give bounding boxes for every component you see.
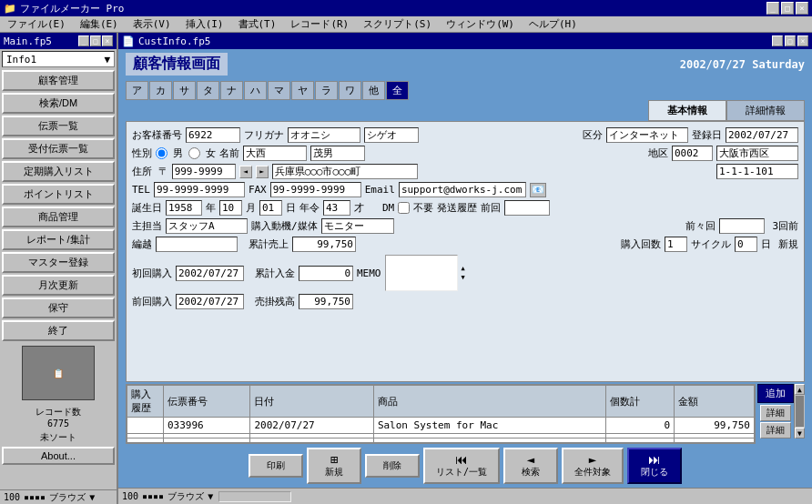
birth-month-input[interactable]: [219, 200, 242, 216]
kana-tab-ma[interactable]: マ: [268, 81, 290, 100]
kana-tab-ta[interactable]: タ: [197, 81, 219, 100]
fax-input[interactable]: [270, 182, 361, 197]
branch-input[interactable]: [156, 237, 238, 252]
age-input[interactable]: [323, 200, 350, 216]
sidebar-btn-customer[interactable]: 顧客管理: [2, 70, 115, 91]
dm-unnecessary-check[interactable]: [398, 202, 410, 214]
sub-maximize[interactable]: □: [785, 35, 796, 46]
gender-female-radio[interactable]: [188, 147, 200, 159]
new-button[interactable]: ⊞ 新規: [307, 448, 361, 484]
maximize-button[interactable]: □: [781, 2, 794, 15]
sidebar-btn-subscription[interactable]: 定期購入リスト: [2, 161, 115, 182]
zip-input[interactable]: [172, 164, 236, 179]
app-title-buttons[interactable]: _ □ ×: [766, 2, 808, 15]
kana-tab-na[interactable]: ナ: [220, 81, 243, 100]
sidebar-dropdown[interactable]: Info1 ▼: [2, 51, 115, 67]
furigana-last-input[interactable]: [288, 127, 360, 143]
email-icon-button[interactable]: 📧: [530, 183, 546, 197]
total-sales-input[interactable]: [292, 237, 356, 252]
sub-minimize[interactable]: _: [772, 35, 783, 46]
row-date-0[interactable]: 2002/07/27: [250, 418, 373, 434]
birth-day-input[interactable]: [259, 200, 282, 216]
scroll-up-arrow[interactable]: ▲: [795, 384, 805, 395]
dm-prev-input[interactable]: [504, 200, 550, 216]
delete-button[interactable]: 削除: [365, 454, 420, 478]
memo-scroll-up[interactable]: ▲: [462, 265, 471, 272]
sidebar-btn-points[interactable]: ポイントリスト: [2, 184, 115, 205]
tel-input[interactable]: [154, 182, 245, 197]
addr-nav-next[interactable]: ►: [256, 166, 269, 178]
staff-input[interactable]: [166, 218, 248, 234]
row-qty-2[interactable]: [605, 438, 675, 443]
sidebar-btn-master[interactable]: マスター登録: [2, 252, 115, 273]
last-purchase-input[interactable]: [176, 294, 244, 309]
sidebar-btn-invoice[interactable]: 伝票一覧: [2, 116, 115, 136]
kana-tab-wa[interactable]: ワ: [339, 81, 361, 100]
address-input[interactable]: [272, 164, 418, 179]
row-amount-0[interactable]: 99,750: [675, 418, 755, 434]
area-code-input[interactable]: [672, 146, 713, 161]
menu-edit[interactable]: 編集(E): [76, 16, 122, 32]
sidebar-title-buttons[interactable]: _ □ ×: [78, 35, 113, 46]
row-date-2[interactable]: [250, 438, 373, 443]
sidebar-btn-maintenance[interactable]: 保守: [2, 297, 115, 318]
search-button[interactable]: ◄ 検索: [503, 448, 558, 484]
sidebar-btn-products[interactable]: 商品管理: [2, 207, 115, 227]
all-button[interactable]: ► 全件対象: [562, 448, 624, 484]
name-last-input[interactable]: [243, 146, 307, 161]
sub-title-buttons[interactable]: _ □ ×: [772, 35, 808, 46]
menu-record[interactable]: レコード(R): [287, 16, 352, 32]
kana-tab-a[interactable]: ア: [126, 81, 148, 100]
close-button[interactable]: ×: [796, 2, 808, 15]
first-purchase-input[interactable]: [176, 266, 244, 281]
prev-prev-input[interactable]: [719, 218, 765, 234]
menu-file[interactable]: ファイル(E): [4, 16, 69, 32]
sidebar-btn-monthly[interactable]: 月次更新: [2, 275, 115, 296]
kana-tab-all[interactable]: 全: [386, 81, 409, 100]
kana-tab-sa[interactable]: サ: [173, 81, 196, 100]
area-name-input[interactable]: [716, 146, 798, 161]
purchase-motive-input[interactable]: [321, 218, 394, 234]
email-input[interactable]: [399, 182, 526, 197]
close-button[interactable]: ⏭ 閉じる: [627, 448, 682, 484]
print-button[interactable]: 印刷: [249, 454, 303, 478]
menu-script[interactable]: スクリプト(S): [360, 16, 435, 32]
tab-detail[interactable]: 詳細情報: [726, 100, 805, 121]
row-amount-2[interactable]: [675, 438, 755, 443]
cycle-input[interactable]: [735, 237, 757, 252]
memo-scroll-down[interactable]: ▼: [462, 274, 471, 281]
registered-date-input[interactable]: [726, 127, 798, 143]
kana-tab-other[interactable]: 他: [362, 81, 385, 100]
menu-window[interactable]: ウィンドウ(W): [442, 16, 518, 32]
sidebar-btn-exit[interactable]: 終了: [2, 320, 115, 341]
sidebar-minimize[interactable]: _: [78, 35, 89, 46]
scroll-down-arrow[interactable]: ▼: [795, 428, 805, 438]
dropdown-arrow-icon[interactable]: ▼: [89, 492, 95, 502]
row-product-2[interactable]: [373, 438, 605, 443]
category-input[interactable]: [606, 127, 688, 143]
sidebar-close[interactable]: ×: [102, 35, 113, 46]
customer-no-input[interactable]: [186, 127, 240, 143]
menu-insert[interactable]: 挿入(I): [182, 16, 228, 32]
sidebar-btn-about[interactable]: About...: [2, 447, 115, 465]
sidebar-btn-search[interactable]: 検索/DM: [2, 93, 115, 114]
status-scroll[interactable]: [218, 491, 291, 502]
minimize-button[interactable]: _: [766, 2, 779, 15]
detail-button-1[interactable]: 詳細: [760, 405, 791, 421]
menu-format[interactable]: 書式(T): [235, 16, 280, 32]
kana-tab-ra[interactable]: ラ: [315, 81, 338, 100]
detail-button-2[interactable]: 詳細: [760, 422, 791, 438]
total-payment-input[interactable]: [299, 266, 353, 281]
menu-view[interactable]: 表示(V): [129, 16, 175, 32]
addr-nav-prev[interactable]: ◄: [239, 166, 252, 178]
tab-basic[interactable]: 基本情報: [648, 100, 726, 121]
kana-tab-ka[interactable]: カ: [149, 81, 172, 100]
purchase-count-input[interactable]: [665, 237, 687, 252]
birth-year-input[interactable]: [166, 200, 202, 216]
status-dropdown-icon[interactable]: ▼: [208, 491, 213, 501]
row-invoice-0[interactable]: 033996: [164, 418, 250, 434]
gender-male-radio[interactable]: [156, 147, 167, 159]
sub-close[interactable]: ×: [797, 35, 808, 46]
memo-box[interactable]: [385, 255, 458, 291]
balance-input[interactable]: [299, 294, 353, 309]
